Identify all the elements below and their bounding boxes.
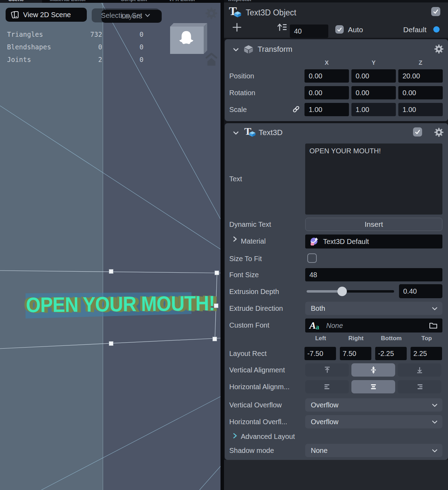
view-2d-scene-button[interactable]: View 2D Scene (6, 8, 87, 22)
horizontal-alignment-label: Horizontal Alignm... (229, 383, 289, 391)
editor-tab-bar: Scene Material Editor Script Edit VFX Ed… (0, 0, 220, 3)
rect-left-header: Left (304, 335, 337, 342)
rotation-z-input[interactable]: 0.00 (398, 86, 443, 99)
collapse-chevron-icon[interactable] (232, 46, 239, 53)
selection-handle-top-right[interactable] (215, 271, 219, 275)
extrude-direction-dropdown[interactable]: Both (305, 302, 442, 315)
extrusion-depth-input[interactable]: 0.40 (399, 284, 442, 298)
stat-value: 0 (63, 43, 102, 51)
advanced-layout-label[interactable]: Advanced Layout (241, 433, 295, 441)
rect-bottom-header: Bottom (375, 335, 407, 342)
tab-scene[interactable]: Scene (8, 0, 24, 2)
shadow-mode-dropdown[interactable]: None (305, 444, 442, 457)
selection-handle-bottom-right[interactable] (212, 337, 217, 341)
custom-font-field[interactable]: A a None (305, 318, 442, 332)
size-to-fit-checkbox[interactable] (307, 253, 317, 263)
vertical-alignment-label: Vertical Alignment (229, 366, 285, 374)
tab-vfx-editor[interactable]: VFX Editor (169, 0, 196, 2)
scale-x-input[interactable]: 1.00 (304, 103, 349, 116)
material-expand-chevron-icon[interactable] (232, 236, 238, 242)
scene-settings-gear-icon[interactable] (205, 7, 218, 20)
align-top-button[interactable] (305, 363, 349, 377)
text3d-section: T Text3D (225, 123, 448, 460)
rect-right-input[interactable]: 7.50 (340, 347, 371, 360)
position-z-input[interactable]: 20.00 (398, 69, 443, 83)
selection-handle-top-center[interactable] (109, 269, 113, 274)
scene-3d-text[interactable]: OPEN YOUR MOUTH! (26, 293, 215, 316)
insert-button[interactable]: Insert (305, 218, 442, 231)
stat-value: 732 (63, 30, 102, 38)
rect-top-input[interactable]: 2.25 (411, 347, 442, 360)
camera-home-icon[interactable] (204, 52, 219, 67)
selection-handle-bottom-center[interactable] (109, 341, 113, 346)
chevron-down-icon (145, 14, 150, 17)
scale-z-input[interactable]: 1.00 (398, 103, 443, 116)
shadow-mode-value: None (311, 447, 328, 455)
layout-rect-label: Layout Rect (229, 350, 267, 358)
position-y-input[interactable]: 0.00 (351, 69, 396, 83)
stat-value-2: 0 (105, 43, 144, 51)
align-bottom-button[interactable] (398, 363, 441, 377)
extrusion-depth-slider[interactable] (307, 290, 394, 293)
inspector-header: T Text3D Object (224, 2, 448, 38)
vertical-overflow-label: Vertical Overflow (229, 401, 282, 409)
stat-row-joints: Joints 2 0 (7, 56, 140, 65)
stat-label: Blendshapes (7, 43, 51, 51)
selection-set-button[interactable]: Selection Set (92, 8, 160, 22)
object-enabled-checkbox[interactable] (431, 7, 440, 16)
collapse-chevron-icon[interactable] (232, 130, 239, 136)
folder-icon[interactable] (429, 322, 438, 329)
advanced-layout-expand-chevron-icon[interactable] (232, 433, 238, 439)
vertical-alignment-group (305, 363, 441, 377)
align-right-button[interactable] (398, 380, 441, 393)
tab-script-edit[interactable]: Script Edit (121, 0, 147, 2)
horizontal-overflow-dropdown[interactable]: Overflow (305, 415, 442, 428)
transform-settings-gear-icon[interactable] (434, 44, 444, 54)
horizontal-overflow-value: Overflow (311, 418, 338, 426)
render-order-input[interactable]: 40 (290, 24, 328, 38)
text3d-enabled-checkbox[interactable] (413, 127, 422, 136)
tab-inspector[interactable]: Inspector (228, 0, 252, 2)
rotation-x-input[interactable]: 0.00 (304, 86, 349, 99)
text3d-title: Text3D (259, 128, 282, 137)
position-x-input[interactable]: 0.00 (304, 69, 349, 83)
scale-y-input[interactable]: 1.00 (351, 103, 396, 116)
font-size-label: Font Size (229, 271, 259, 279)
add-icon[interactable] (232, 23, 241, 32)
align-center-button[interactable] (351, 380, 395, 393)
axis-z-label: Z (398, 59, 443, 66)
layer-color-dot[interactable] (433, 26, 440, 33)
scene-viewport[interactable]: OPEN YOUR MOUTH! View 2D Scene Layers Se… (0, 3, 220, 490)
custom-font-value: None (326, 322, 343, 330)
extrude-direction-label: Extrude Direction (229, 304, 283, 313)
material-field[interactable]: Text3D Default (305, 234, 442, 248)
rect-left-input[interactable]: -7.50 (304, 347, 336, 360)
chevron-down-icon (432, 420, 438, 424)
render-order-icon[interactable] (277, 23, 287, 32)
auto-checkbox[interactable] (335, 25, 344, 34)
tab-material-editor[interactable]: Material Editor (50, 0, 86, 2)
font-size-input[interactable]: 48 (305, 268, 442, 281)
scale-link-icon[interactable] (292, 105, 300, 113)
text3d-settings-gear-icon[interactable] (434, 127, 444, 137)
material-value: Text3D Default (323, 238, 369, 246)
rotation-y-input[interactable]: 0.00 (351, 86, 396, 99)
align-middle-button[interactable] (351, 363, 395, 377)
position-label: Position (229, 72, 254, 80)
stat-label: Joints (7, 56, 31, 63)
vertical-overflow-dropdown[interactable]: Overflow (305, 398, 442, 412)
transform-icon (244, 45, 253, 54)
align-left-button[interactable] (305, 380, 349, 393)
stat-label: Triangles (7, 30, 43, 38)
stat-value-2: 0 (105, 30, 144, 38)
extrusion-depth-slider-knob[interactable] (337, 287, 347, 296)
inspector-panel: T Text3D Object (224, 0, 448, 490)
vertical-overflow-value: Overflow (311, 401, 338, 409)
chevron-down-icon (432, 449, 438, 453)
auto-label: Auto (348, 26, 363, 34)
text-input[interactable]: OPEN YOUR MOUTH! (305, 144, 442, 215)
rect-right-header: Right (340, 335, 372, 342)
selection-handle-mid-right[interactable] (214, 303, 218, 308)
view-2d-scene-label: View 2D Scene (23, 11, 71, 19)
rect-bottom-input[interactable]: -2.25 (375, 347, 407, 360)
